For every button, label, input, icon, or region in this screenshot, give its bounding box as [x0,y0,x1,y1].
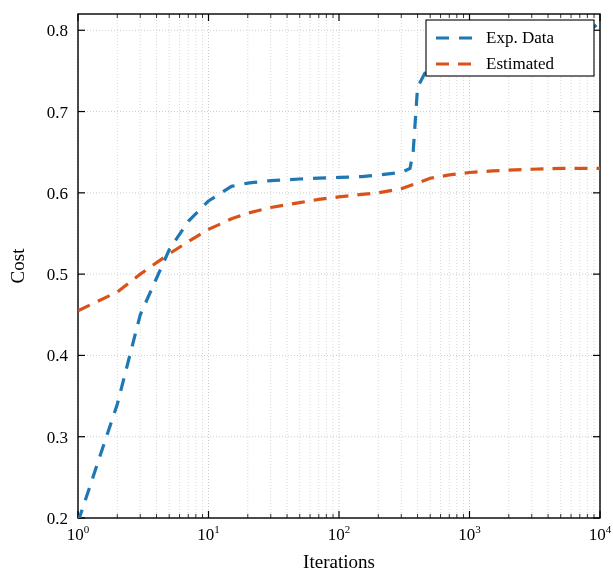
xtick-label: 102 [328,523,351,544]
xtick-label: 100 [67,523,90,544]
ytick-label: 0.2 [47,509,68,528]
ytick-label: 0.3 [47,428,68,447]
ytick-label: 0.5 [47,265,68,284]
xtick-label: 101 [197,523,220,544]
xlabel: Iterations [303,551,375,572]
ytick-label: 0.8 [47,21,68,40]
legend: Exp. DataEstimated [426,20,594,76]
chart-canvas: 1001011021031040.20.30.40.50.60.70.8Iter… [0,0,613,582]
ytick-label: 0.6 [47,184,68,203]
legend-entry: Exp. Data [486,28,554,47]
cost-vs-iterations-chart: 1001011021031040.20.30.40.50.60.70.8Iter… [0,0,613,582]
legend-entry: Estimated [486,54,554,73]
ytick-label: 0.7 [47,103,69,122]
xtick-label: 103 [458,523,481,544]
ytick-label: 0.4 [47,346,69,365]
ylabel: Cost [7,248,28,284]
xtick-label: 104 [589,523,612,544]
